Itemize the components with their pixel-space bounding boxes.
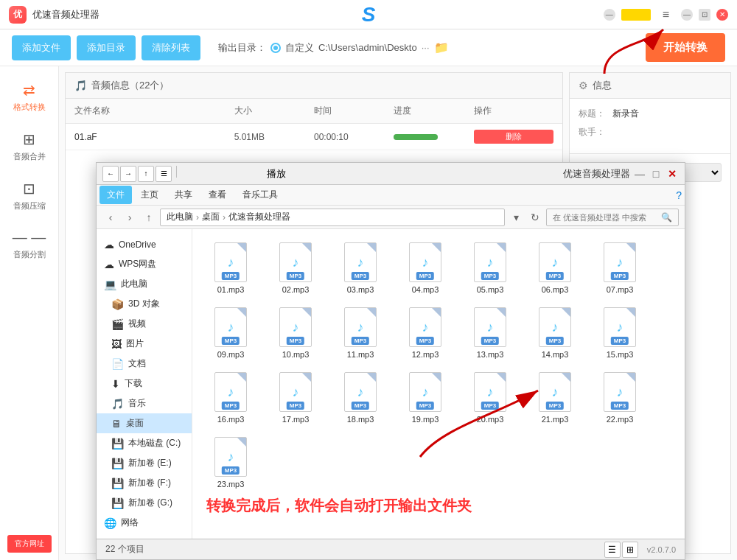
music-note-icon: ♪	[617, 320, 624, 335]
list-item[interactable]: ♪ MP3 22.mp3	[590, 368, 649, 427]
list-item[interactable]: ♪ MP3 18.mp3	[331, 368, 390, 427]
split-icon: — —	[13, 229, 46, 246]
add-dir-button[interactable]: 添加目录	[77, 35, 136, 60]
file-item-label: 10.mp3	[282, 350, 310, 359]
list-item[interactable]: ♪ MP3 01.mp3	[201, 238, 260, 297]
list-item[interactable]: ♪ MP3 04.mp3	[396, 238, 455, 297]
win-menu-btn[interactable]: ≡	[657, 8, 675, 21]
nav-drive-e-label: 新加卷 (E:)	[128, 457, 172, 469]
start-convert-button[interactable]: 开始转换	[646, 33, 725, 62]
custom-radio[interactable]	[270, 43, 281, 53]
search-input[interactable]	[553, 213, 658, 222]
list-item[interactable]: ♪ MP3 17.mp3	[266, 368, 325, 427]
win-expand-btn[interactable]: ⊡	[699, 9, 710, 21]
sidebar-item-format[interactable]: ⇄ 格式转换	[0, 74, 58, 120]
dialog-back-icon[interactable]: ←	[102, 166, 119, 182]
list-item[interactable]: ♪ MP3 13.mp3	[461, 303, 520, 362]
nav-desktop[interactable]: 🖥 桌面	[97, 413, 192, 433]
win-restore-btn[interactable]: —	[681, 9, 693, 21]
nav-3d-label: 3D 对象	[128, 298, 160, 310]
list-item[interactable]: ♪ MP3 14.mp3	[525, 303, 584, 362]
clear-list-button[interactable]: 清除列表	[142, 35, 200, 60]
file-item-label: 12.mp3	[412, 350, 439, 359]
list-item[interactable]: ♪ MP3 12.mp3	[396, 303, 455, 362]
grid-view-btn[interactable]: ⊞	[622, 542, 638, 558]
nav-documents[interactable]: 📄 文档	[97, 354, 192, 374]
list-item[interactable]: ♪ MP3 10.mp3	[266, 303, 325, 362]
nav-drive-f[interactable]: 💾 新加卷 (F:)	[97, 473, 192, 493]
app-window: 优 优速音频处理器 S — ≡ — ⊡ ✕ 添加文件 添加目录 清除列表 输出目…	[0, 0, 737, 560]
dialog-maximize-btn[interactable]: □	[649, 167, 663, 181]
file-list-title: 音频信息（22个）	[91, 79, 169, 92]
sidebar-item-compress[interactable]: ⊡ 音频压缩	[0, 172, 58, 219]
win-close-btn[interactable]: ✕	[716, 9, 728, 21]
dialog-help-btn[interactable]: ?	[676, 189, 682, 201]
dialog-win-controls: — □ ✕	[633, 167, 679, 181]
menu-tab-share[interactable]: 共享	[167, 186, 200, 204]
dialog-view-icon[interactable]: ☰	[156, 166, 172, 182]
music-note-icon: ♪	[293, 320, 299, 335]
list-item[interactable]: ♪ MP3 23.mp3	[201, 433, 260, 491]
list-item[interactable]: ♪ MP3 20.mp3	[461, 368, 520, 427]
list-item[interactable]: ♪ MP3 09.mp3	[201, 303, 260, 362]
view-buttons: ☰ ⊞	[604, 542, 638, 558]
nav-video[interactable]: 🎬 视频	[97, 314, 192, 334]
nav-drive-g[interactable]: 💾 新加卷 (G:)	[97, 493, 192, 513]
list-item[interactable]: ♪ MP3 16.mp3	[201, 368, 260, 427]
list-item[interactable]: ♪ MP3 21.mp3	[525, 368, 584, 427]
file-paper: ♪ MP3	[539, 242, 571, 282]
add-file-button[interactable]: 添加文件	[12, 35, 71, 60]
mp3-badge: MP3	[546, 272, 564, 280]
nav-3d[interactable]: 📦 3D 对象	[97, 294, 192, 314]
win-maximize-btn[interactable]	[621, 9, 651, 21]
win-minimize-btn[interactable]: —	[604, 9, 615, 21]
nav-onedrive-label: OneDrive	[119, 239, 156, 250]
downloads-icon: ⬇	[111, 378, 120, 390]
output-dots[interactable]: ···	[422, 42, 430, 53]
nav-pictures[interactable]: 🖼 图片	[97, 334, 192, 354]
list-item[interactable]: ♪ MP3 19.mp3	[396, 368, 455, 427]
merge-icon: ⊞	[23, 130, 35, 148]
breadcrumb[interactable]: 此电脑 › 桌面 › 优速音频处理器	[160, 209, 505, 226]
dialog-close-btn[interactable]: ✕	[666, 167, 679, 181]
list-view-btn[interactable]: ☰	[604, 542, 621, 558]
nav-pc[interactable]: 💻 此电脑	[97, 274, 192, 294]
list-item[interactable]: ♪ MP3 06.mp3	[525, 238, 584, 297]
nav-dropdown-btn[interactable]: ▾	[508, 209, 524, 225]
nav-music[interactable]: 🎵 音乐	[97, 393, 192, 413]
delete-button[interactable]: 删除	[474, 130, 553, 144]
menu-tab-music[interactable]: 音乐工具	[235, 186, 285, 204]
dialog-up-icon[interactable]: ↑	[138, 166, 154, 182]
list-item[interactable]: ♪ MP3 05.mp3	[461, 238, 520, 297]
menu-tab-home[interactable]: 主页	[133, 186, 166, 204]
menu-tab-file[interactable]: 文件	[99, 186, 132, 204]
nav-forward-btn[interactable]: ›	[122, 209, 138, 225]
s-logo: S	[362, 3, 376, 26]
nav-wps[interactable]: ☁ WPS网盘	[97, 254, 192, 274]
menu-tab-view[interactable]: 查看	[201, 186, 234, 204]
sidebar-item-split[interactable]: — — 音频分割	[0, 222, 58, 267]
output-folder-icon[interactable]: 📁	[434, 41, 449, 55]
nav-drive-e[interactable]: 💾 新加卷 (E:)	[97, 453, 192, 473]
list-item[interactable]: ♪ MP3 02.mp3	[266, 238, 325, 297]
list-item[interactable]: ♪ MP3 15.mp3	[590, 303, 649, 362]
sidebar-item-merge[interactable]: ⊞ 音频合并	[0, 123, 58, 169]
dialog-minimize-btn[interactable]: —	[633, 167, 646, 181]
mp3-file-icon: ♪ MP3	[536, 306, 574, 349]
nav-up-btn[interactable]: ↑	[141, 209, 157, 225]
official-site-button[interactable]: 官方网址	[7, 535, 52, 553]
list-item[interactable]: ♪ MP3 11.mp3	[331, 303, 390, 362]
list-item[interactable]: ♪ MP3 07.mp3	[590, 238, 649, 297]
mp3-file-icon: ♪ MP3	[212, 306, 250, 349]
nav-back-btn[interactable]: ‹	[102, 209, 119, 225]
file-paper: ♪ MP3	[539, 372, 571, 412]
nav-onedrive[interactable]: ☁ OneDrive	[97, 235, 192, 254]
drive-f-icon: 💾	[111, 477, 124, 489]
item-count: 22 个项目	[105, 543, 144, 556]
nav-downloads[interactable]: ⬇ 下载	[97, 374, 192, 393]
nav-network[interactable]: 🌐 网络	[97, 513, 192, 533]
list-item[interactable]: ♪ MP3 03.mp3	[331, 238, 390, 297]
dialog-forward-icon[interactable]: →	[120, 166, 136, 182]
nav-refresh-btn[interactable]: ↻	[527, 209, 543, 225]
nav-local-c[interactable]: 💾 本地磁盘 (C:)	[97, 433, 192, 453]
